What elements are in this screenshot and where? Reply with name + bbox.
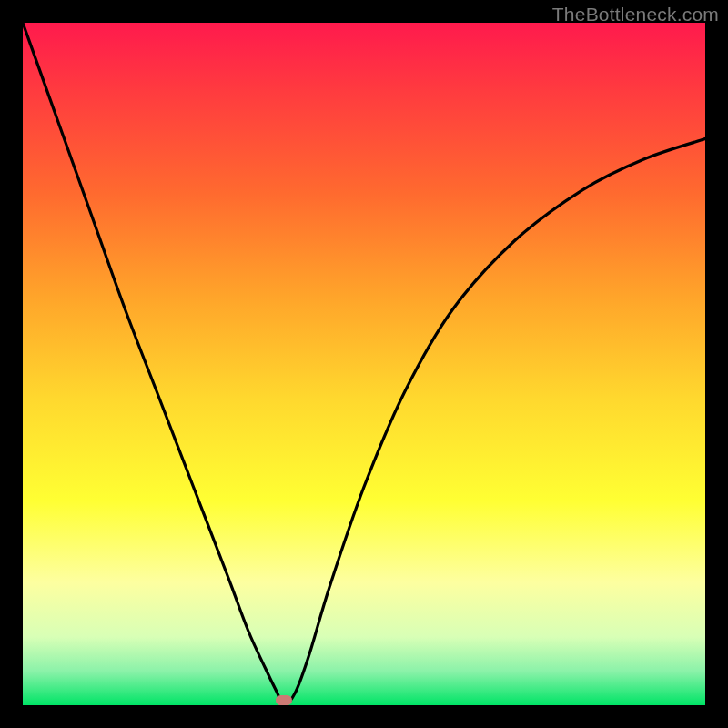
chart-frame: TheBottleneck.com: [0, 0, 728, 728]
plot-area: [23, 23, 705, 705]
minimum-marker: [276, 695, 292, 705]
bottleneck-curve: [23, 23, 705, 705]
